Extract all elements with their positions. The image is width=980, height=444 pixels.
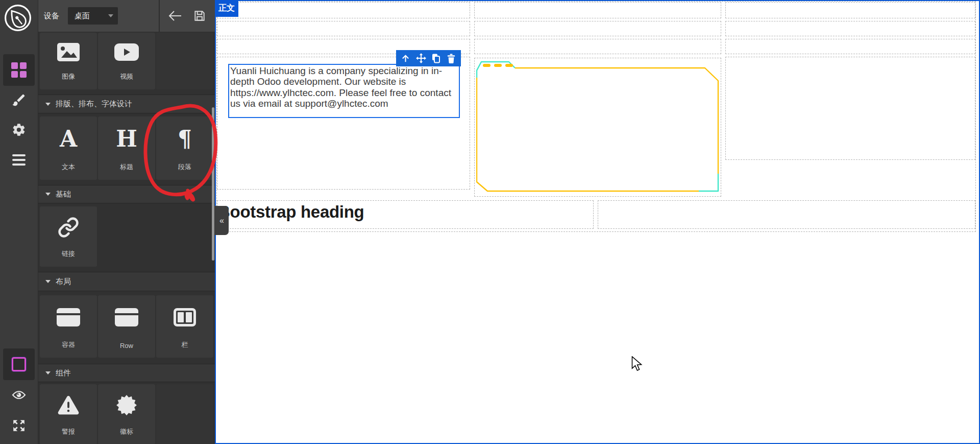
- section-title: 布局: [56, 277, 71, 287]
- text-glyph-icon: A: [60, 128, 77, 150]
- block-label: 栏: [156, 340, 213, 349]
- dropzone-placeholder[interactable]: [725, 21, 975, 36]
- back-button[interactable]: [166, 7, 184, 25]
- move-button[interactable]: [415, 53, 427, 64]
- row-icon: [115, 308, 138, 326]
- sidebar-item-fullscreen[interactable]: [3, 410, 35, 441]
- sidebar-item-component-outline[interactable]: [3, 348, 35, 380]
- dropzone-placeholder[interactable]: [217, 21, 470, 36]
- section-header-layout[interactable]: 布局: [38, 272, 215, 291]
- block-slot-empty: [156, 33, 213, 89]
- save-floppy-icon: [193, 9, 206, 22]
- menu-icon: [12, 154, 26, 166]
- bootstrap-heading[interactable]: Bootstrap heading: [218, 202, 364, 222]
- sidebar-item-preview[interactable]: [3, 379, 35, 411]
- columns-icon: [174, 308, 196, 326]
- block-paragraph[interactable]: ¶ 段落: [156, 116, 213, 180]
- section-title: 组件: [56, 368, 71, 378]
- blocks-row-layout: 容器 Row 栏: [38, 295, 215, 358]
- block-video[interactable]: 视频: [98, 33, 155, 89]
- column-empty[interactable]: [725, 57, 975, 160]
- section-title: 基础: [56, 190, 71, 199]
- sidebar-item-settings[interactable]: [3, 114, 35, 146]
- page-builder-app: 设备 桌面: [0, 0, 980, 444]
- eye-icon: [12, 390, 26, 400]
- sidebar-item-styles[interactable]: [3, 84, 35, 116]
- block-image[interactable]: 图像: [40, 33, 97, 89]
- dropzone-placeholder[interactable]: [217, 2, 470, 18]
- card-tab-dashes: [483, 64, 513, 67]
- icon-rail: [0, 0, 38, 444]
- paint-brush-icon: [11, 92, 27, 108]
- section-title: 排版、排布、字体设计: [56, 99, 132, 109]
- block-label: 容器: [40, 340, 97, 349]
- link-icon: [40, 206, 97, 248]
- delete-button[interactable]: [446, 53, 457, 64]
- heading-row-empty[interactable]: [598, 200, 975, 229]
- panel-collapse-toggle[interactable]: «: [215, 206, 229, 235]
- dropzone-placeholder[interactable]: [474, 2, 721, 18]
- block-link[interactable]: 链接: [40, 206, 97, 267]
- selection-toolbar: [396, 50, 461, 66]
- expand-icon: [12, 419, 26, 432]
- block-label: 徽标: [98, 427, 155, 436]
- paragraph-glyph-icon: ¶: [178, 128, 192, 150]
- body-tag-badge: 正文: [215, 0, 238, 17]
- panel-scrollbar[interactable]: [212, 107, 214, 261]
- section-header-components[interactable]: 组件: [38, 364, 215, 382]
- block-row[interactable]: Row: [98, 295, 155, 358]
- block-label: 链接: [40, 249, 97, 259]
- chevron-down-icon: [108, 14, 113, 17]
- block-column[interactable]: 栏: [156, 295, 213, 358]
- container-icon: [57, 308, 80, 326]
- dropzone-placeholder[interactable]: [725, 2, 975, 18]
- blocks-grid-icon: [11, 62, 27, 78]
- block-alert[interactable]: 警报: [40, 384, 97, 444]
- block-label: 警报: [40, 427, 97, 436]
- editor-left-panel: 设备 桌面: [38, 0, 215, 444]
- block-container[interactable]: 容器: [40, 295, 97, 358]
- trash-icon: [447, 54, 456, 63]
- section-header-typography[interactable]: 排版、排布、字体设计: [38, 95, 215, 113]
- badge-icon: [98, 384, 155, 426]
- arrow-up-icon: [401, 54, 410, 63]
- block-text[interactable]: A 文本: [40, 116, 97, 180]
- card-frame-border: [476, 60, 720, 193]
- block-label: 图像: [40, 72, 97, 81]
- block-label: Row: [98, 342, 155, 349]
- blocks-row-media: 图像 视频: [38, 33, 215, 89]
- device-select[interactable]: 桌面: [68, 7, 118, 25]
- block-badge[interactable]: 徽标: [98, 384, 155, 444]
- caret-down-icon: [45, 280, 51, 283]
- dropzone-placeholder[interactable]: [474, 39, 721, 54]
- block-heading[interactable]: H 标题: [98, 116, 155, 180]
- blocks-row-typography: A 文本 H 标题 ¶ 段落: [38, 116, 215, 180]
- block-label: 视频: [98, 72, 155, 81]
- selected-text-block[interactable]: Yuanli Huichuang is a company specializi…: [228, 64, 460, 118]
- heading-glyph-icon: H: [116, 128, 137, 150]
- block-slot-empty: [156, 384, 213, 444]
- sidebar-item-blocks[interactable]: [3, 54, 35, 86]
- pen-logo-icon: [3, 3, 33, 33]
- tech-border-card[interactable]: [476, 60, 720, 195]
- section-header-basic[interactable]: 基础: [38, 185, 215, 203]
- editor-canvas[interactable]: 正文: [215, 0, 980, 444]
- alert-icon: [40, 384, 97, 426]
- dropzone-placeholder[interactable]: [725, 39, 975, 54]
- block-label: 段落: [156, 162, 213, 172]
- save-button[interactable]: [190, 7, 209, 25]
- square-outline-icon: [12, 357, 26, 371]
- topbar: 设备 桌面: [38, 0, 215, 32]
- back-arrow-icon: [167, 10, 183, 22]
- dropzone-placeholder[interactable]: [474, 21, 721, 36]
- duplicate-button[interactable]: [430, 53, 442, 64]
- mouse-cursor: [631, 356, 643, 374]
- select-parent-button[interactable]: [400, 53, 411, 64]
- device-label: 设备: [44, 0, 59, 32]
- gear-icon: [12, 123, 26, 137]
- app-logo[interactable]: [3, 3, 33, 35]
- sidebar-item-layers[interactable]: [3, 144, 35, 176]
- block-label: 标题: [98, 162, 155, 172]
- caret-down-icon: [45, 371, 51, 375]
- block-label: 文本: [40, 162, 97, 172]
